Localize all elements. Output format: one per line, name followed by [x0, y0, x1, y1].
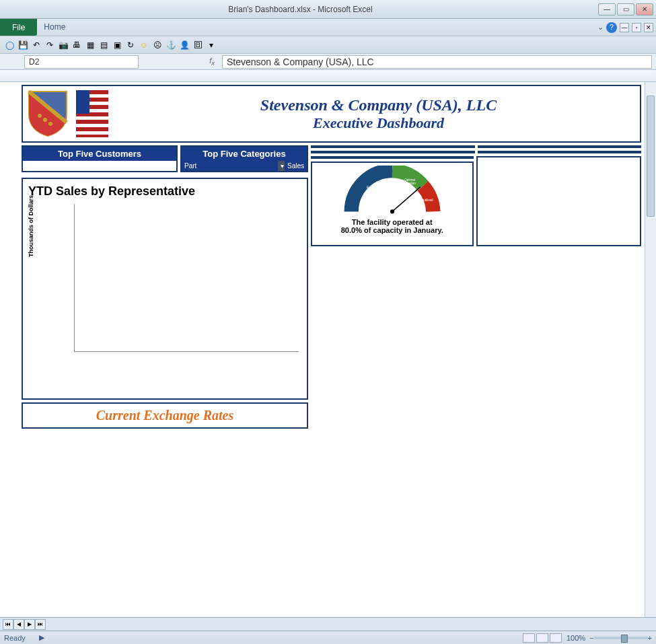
first-sheet-button[interactable]: ⏮ [3, 619, 13, 630]
preview-icon[interactable]: ▦ [85, 40, 96, 50]
last-sheet-button[interactable]: ⏭ [35, 619, 46, 630]
svg-rect-9 [76, 131, 108, 135]
capacity-gauge-panel: ExcessCapacity Optimal Utilization Overu… [311, 162, 474, 246]
top10-customers-panel [311, 145, 475, 148]
macro-record-icon[interactable]: ▶ [39, 633, 44, 642]
ribbon-tabs: File Home ⌄ ? — ▫ ✕ [0, 19, 656, 36]
ribbon-minimize-icon[interactable]: ⌄ [597, 23, 604, 32]
page-layout-view-button[interactable] [536, 633, 548, 643]
chart-title: YTD Sales by Representative [28, 184, 301, 199]
bottom10-customers-panel [311, 151, 475, 153]
undo-icon[interactable]: ↶ [31, 40, 42, 50]
shield-icon [26, 90, 69, 137]
panel-title: Current Exchange Rates [24, 405, 305, 426]
status-bar: Ready ▶ 100% − + [0, 631, 656, 644]
zoom-slider[interactable] [594, 637, 648, 639]
page-break-view-button[interactable] [550, 633, 562, 643]
print-icon[interactable]: 🖶 [71, 40, 82, 50]
save-icon[interactable]: 💾 [17, 40, 28, 50]
us-flag-icon [71, 90, 114, 137]
worksheet-grid[interactable]: Stevenson & Company (USA), LLC Executive… [0, 70, 656, 622]
svg-point-1 [43, 118, 47, 122]
tree-icon[interactable]: 🞖 [192, 40, 203, 50]
redo-icon[interactable]: ↷ [44, 40, 55, 50]
bottom10-items-panel [478, 151, 642, 153]
indices-panel [311, 156, 474, 159]
name-box[interactable] [24, 55, 139, 69]
fx-icon[interactable]: fx [206, 57, 218, 67]
top5-categories-panel: Top Five Categories Part ▾ Sales [180, 145, 308, 172]
maximize-button[interactable]: ▭ [617, 3, 634, 15]
window-title: Brian's Dashboard.xlsx - Microsoft Excel [3, 5, 598, 14]
gauge-text-2: 80.0% of capacity in January. [315, 226, 470, 234]
workbook-restore-button[interactable]: ▫ [632, 23, 641, 32]
workbook-close-button[interactable]: ✕ [644, 23, 653, 32]
formula-bar[interactable] [222, 55, 652, 69]
svg-rect-10 [76, 90, 89, 114]
top10-items-panel [478, 145, 642, 148]
formula-bar-row: fx [0, 54, 656, 70]
border-icon[interactable]: ▣ [112, 40, 122, 50]
col-part: Part [182, 161, 278, 171]
refresh-icon[interactable]: ↻ [125, 40, 136, 50]
column-headers [0, 70, 656, 82]
svg-line-12 [392, 187, 421, 211]
ytd-sales-chart: YTD Sales by Representative Thousands of… [22, 178, 308, 400]
title-bar: Brian's Dashboard.xlsx - Microsoft Excel… [0, 0, 656, 19]
filter-icon[interactable]: ▾ [278, 161, 285, 171]
camera-icon[interactable]: 📷 [58, 40, 69, 50]
frown-icon[interactable]: ☹ [152, 40, 163, 50]
dashboard-header: Stevenson & Company (USA), LLC Executive… [22, 85, 641, 143]
svg-point-0 [38, 114, 42, 118]
dashboard-title: Executive Dashboard [313, 114, 444, 132]
svg-point-13 [390, 209, 394, 213]
quick-access-toolbar: ◯ 💾 ↶ ↷ 📷 🖶 ▦ ▤ ▣ ↻ ☺ ☹ ⚓ 👤 🞖 ▾ [0, 36, 656, 54]
workbook-minimize-button[interactable]: — [620, 23, 629, 32]
ribbon-tab-home[interactable]: Home [37, 19, 72, 36]
anchor-icon[interactable]: ⚓ [166, 40, 176, 50]
logo-area [23, 86, 117, 141]
gauge-text-1: The facility operated at [315, 218, 470, 226]
help-icon[interactable]: ? [606, 22, 617, 33]
smiley-icon[interactable]: ☺ [139, 40, 149, 50]
zoom-in-button[interactable]: + [648, 634, 652, 642]
normal-view-button[interactable] [523, 633, 535, 643]
new-icon[interactable]: ◯ [4, 40, 15, 50]
y-axis-label: Thousands of Dollars [28, 195, 34, 257]
item-summary-panel [476, 156, 642, 246]
gauge-label-over: Overutilized [416, 199, 433, 202]
person-icon[interactable]: 👤 [179, 40, 190, 50]
svg-point-2 [48, 122, 52, 126]
top5-customers-panel: Top Five Customers [22, 145, 178, 172]
dropdown-icon[interactable]: ▾ [206, 40, 217, 50]
file-tab[interactable]: File [0, 19, 37, 36]
zoom-level: 100% [567, 634, 585, 642]
svg-text:Utilization: Utilization [402, 182, 416, 185]
panel-title: Top Five Customers [23, 147, 176, 161]
svg-rect-8 [76, 124, 108, 127]
next-sheet-button[interactable]: ▶ [24, 619, 35, 630]
prev-sheet-button[interactable]: ◀ [13, 619, 24, 630]
company-name: Stevenson & Company (USA), LLC [260, 96, 497, 114]
col-sales: Sales [285, 161, 307, 171]
exchange-rates-panel: Current Exchange Rates [22, 402, 308, 429]
close-button[interactable]: ✕ [636, 3, 653, 15]
minimize-button[interactable]: — [598, 3, 616, 15]
status-ready: Ready [4, 634, 26, 642]
panel-title: Top Five Categories [182, 147, 307, 161]
gauge-label-optimal: Optimal [404, 178, 415, 182]
svg-rect-7 [76, 116, 108, 120]
sheet-tabs-bar: ⏮ ◀ ▶ ⏭ [0, 617, 656, 631]
calc-icon[interactable]: ▤ [98, 40, 109, 50]
gauge-label-excess: ExcessCapacity [367, 186, 389, 189]
vertical-scrollbar[interactable] [645, 82, 656, 622]
